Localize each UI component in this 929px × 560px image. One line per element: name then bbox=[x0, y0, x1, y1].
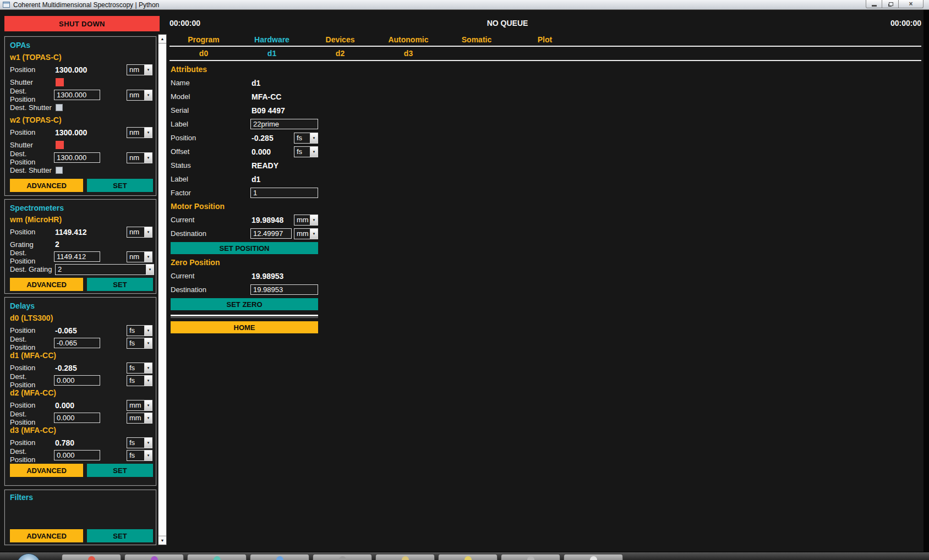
name-label: Name bbox=[171, 79, 250, 87]
tab-hardware[interactable]: Hardware bbox=[238, 34, 306, 46]
w1-dest-position-input[interactable] bbox=[54, 90, 100, 100]
subtab-underline bbox=[170, 60, 921, 61]
serial-row: Serial B09 4497 bbox=[171, 103, 318, 117]
d3-position-units-select[interactable]: fs bbox=[127, 437, 152, 448]
minimize-button[interactable] bbox=[866, 0, 882, 8]
d2-dest-position-input[interactable] bbox=[54, 413, 100, 423]
dest-position-label: Dest. Position bbox=[10, 249, 54, 265]
taskbar-button-7[interactable] bbox=[438, 554, 498, 560]
dest-grating-label: Dest. Grating bbox=[10, 265, 55, 273]
tab-program[interactable]: Program bbox=[170, 34, 238, 46]
scroll-up-icon[interactable] bbox=[159, 35, 166, 43]
subtab-d0[interactable]: d0 bbox=[170, 48, 238, 59]
d3-dest-position-input[interactable] bbox=[54, 450, 100, 460]
d2-position-value: 0.000 bbox=[54, 401, 74, 410]
w2-dest-shutter-row: Dest. Shutter bbox=[10, 164, 154, 177]
delays-advanced-button[interactable]: ADVANCED bbox=[10, 464, 83, 477]
label-input[interactable] bbox=[250, 119, 318, 129]
opas-panel-title: OPAs bbox=[10, 39, 154, 51]
start-menu-icon[interactable] bbox=[17, 553, 41, 560]
taskbar-button-1[interactable] bbox=[62, 554, 121, 560]
position-label: Position bbox=[10, 228, 54, 236]
d0-dest-position-input[interactable] bbox=[54, 338, 100, 348]
dropdown-arrow-icon bbox=[144, 338, 152, 348]
position-units-select[interactable]: fs bbox=[294, 133, 318, 144]
tab-autonomic[interactable]: Autonomic bbox=[374, 34, 442, 46]
spectrometers-advanced-button[interactable]: ADVANCED bbox=[10, 278, 83, 291]
subtab-d2[interactable]: d2 bbox=[306, 48, 374, 59]
w2-dest-position-input[interactable] bbox=[54, 152, 100, 163]
tab-plot[interactable]: Plot bbox=[511, 34, 579, 46]
tab-devices[interactable]: Devices bbox=[306, 34, 374, 46]
d1-dest-position-input[interactable] bbox=[54, 375, 100, 386]
filters-set-button[interactable]: SET bbox=[87, 529, 153, 542]
spectrometers-set-button[interactable]: SET bbox=[87, 278, 153, 291]
filters-advanced-button[interactable]: ADVANCED bbox=[10, 529, 83, 542]
w1-dest-shutter-checkbox[interactable] bbox=[56, 104, 63, 111]
taskbar-button-6[interactable] bbox=[375, 554, 435, 560]
wm-position-units-select[interactable]: nm bbox=[127, 227, 152, 238]
w1-dest-units-value: nm bbox=[127, 90, 144, 100]
sidebar-scrollbar[interactable] bbox=[158, 34, 167, 545]
w1-dest-units-select[interactable]: nm bbox=[127, 90, 152, 101]
delays-set-button[interactable]: SET bbox=[87, 464, 153, 477]
wm-dest-grating-row: Dest. Grating 2 bbox=[10, 263, 154, 276]
w1-position-units-select[interactable]: nm bbox=[127, 64, 152, 75]
factor-input[interactable] bbox=[250, 188, 318, 198]
d2-dest-units-select[interactable]: mm bbox=[127, 413, 152, 424]
motor-current-value: 19.98948 bbox=[250, 216, 283, 224]
position-value: -0.285 bbox=[250, 134, 274, 142]
d3-dest-units-select[interactable]: fs bbox=[127, 450, 152, 461]
home-button[interactable]: HOME bbox=[171, 321, 318, 333]
app-icon bbox=[88, 556, 95, 560]
w2-position-units-select[interactable]: nm bbox=[127, 127, 152, 138]
dropdown-arrow-icon bbox=[144, 438, 152, 448]
d2-position-units-select[interactable]: mm bbox=[127, 400, 152, 411]
offset-units-select[interactable]: fs bbox=[294, 146, 318, 157]
wm-dest-position-input[interactable] bbox=[54, 251, 100, 262]
zero-destination-input[interactable] bbox=[250, 284, 318, 295]
d0-position-units-select[interactable]: fs bbox=[127, 325, 152, 336]
taskbar-button-2[interactable] bbox=[124, 554, 184, 560]
opas-advanced-button[interactable]: ADVANCED bbox=[10, 179, 83, 192]
set-position-button[interactable]: SET POSITION bbox=[171, 242, 318, 254]
taskbar-button-9[interactable] bbox=[564, 554, 623, 560]
motor-destination-input[interactable] bbox=[250, 228, 292, 239]
tab-somatic[interactable]: Somatic bbox=[442, 34, 511, 46]
label2-row: Label d1 bbox=[171, 172, 318, 186]
taskbar-button-8[interactable] bbox=[501, 554, 560, 560]
set-zero-button[interactable]: SET ZERO bbox=[171, 298, 318, 310]
w1-shutter-indicator bbox=[56, 78, 64, 86]
dropdown-arrow-icon bbox=[144, 153, 152, 163]
wm-dest-grating-value: 2 bbox=[56, 265, 146, 274]
shut-down-button[interactable]: SHUT DOWN bbox=[4, 16, 160, 31]
motor-destination-units-select[interactable]: mm bbox=[294, 228, 318, 239]
d2-dest-units-value: mm bbox=[127, 413, 144, 423]
opas-set-button[interactable]: SET bbox=[87, 179, 153, 192]
model-label: Model bbox=[171, 92, 250, 101]
subtab-d1[interactable]: d1 bbox=[238, 48, 306, 59]
taskbar-button-5[interactable] bbox=[313, 554, 372, 560]
dest-shutter-label: Dest. Shutter bbox=[10, 166, 54, 174]
d1-position-value: -0.285 bbox=[54, 364, 77, 372]
d1-dest-units-select[interactable]: fs bbox=[127, 375, 152, 386]
wm-dest-grating-select[interactable]: 2 bbox=[55, 264, 154, 275]
taskbar-button-4[interactable] bbox=[250, 554, 309, 560]
shutter-label: Shutter bbox=[10, 141, 54, 149]
w2-position-value: 1300.000 bbox=[54, 128, 87, 137]
dropdown-arrow-icon bbox=[144, 227, 152, 237]
wm-dest-units-select[interactable]: nm bbox=[127, 251, 152, 262]
subtab-d3[interactable]: d3 bbox=[374, 48, 442, 59]
opas-panel: OPAs w1 (TOPAS-C) Position 1300.000 nm S… bbox=[4, 36, 156, 196]
scroll-down-icon[interactable] bbox=[159, 536, 166, 545]
w2-dest-units-select[interactable]: nm bbox=[127, 152, 152, 163]
d0-dest-units-select[interactable]: fs bbox=[127, 338, 152, 349]
scrollbar-thumb[interactable] bbox=[159, 44, 166, 535]
motor-current-units-select[interactable]: mm bbox=[294, 215, 318, 226]
restore-button[interactable] bbox=[882, 0, 899, 8]
d1-position-units-select[interactable]: fs bbox=[127, 363, 152, 374]
taskbar-button-3[interactable] bbox=[187, 554, 247, 560]
destination-label: Destination bbox=[171, 286, 250, 294]
w2-dest-shutter-checkbox[interactable] bbox=[56, 167, 63, 174]
close-button[interactable]: × bbox=[899, 0, 923, 8]
